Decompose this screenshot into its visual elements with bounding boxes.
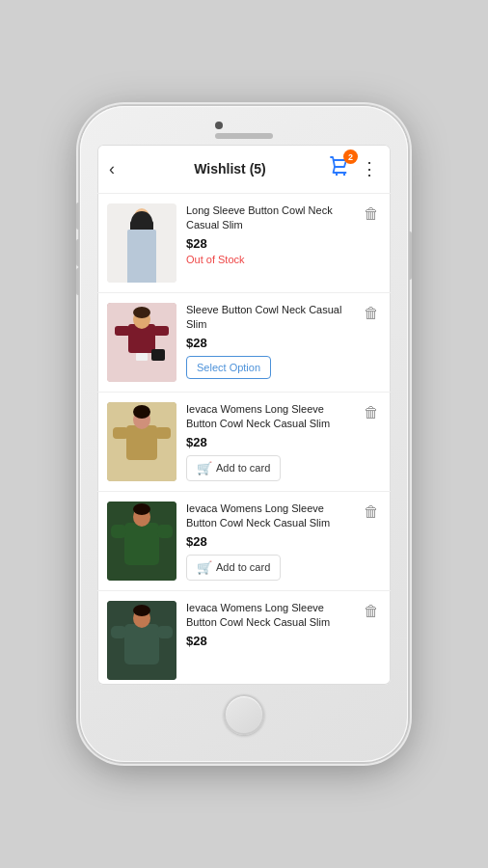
add-to-cart-label: Add to card bbox=[216, 561, 270, 573]
select-option-button[interactable]: Select Option bbox=[186, 356, 271, 379]
svg-rect-3 bbox=[133, 240, 141, 275]
item-name: Ievaca Womens Long Sleeve Button Cowl Ne… bbox=[186, 601, 352, 631]
svg-point-28 bbox=[133, 503, 150, 515]
speaker bbox=[215, 133, 273, 139]
svg-rect-12 bbox=[153, 326, 169, 336]
item-details: Long Sleeve Button Cowl Neck Casual Slim… bbox=[186, 203, 352, 265]
svg-rect-11 bbox=[115, 326, 130, 336]
svg-rect-30 bbox=[124, 624, 159, 665]
action-row: 🛒 Add to card bbox=[186, 455, 352, 481]
add-to-cart-button[interactable]: 🛒 Add to card bbox=[186, 555, 281, 581]
item-name: Ievaca Womens Long Sleeve Button Cowl Ne… bbox=[186, 402, 352, 432]
svg-rect-16 bbox=[151, 349, 165, 361]
list-item: Long Sleeve Button Cowl Neck Casual Slim… bbox=[97, 194, 391, 293]
cart-add-icon: 🛒 bbox=[197, 560, 212, 575]
svg-rect-18 bbox=[126, 425, 157, 460]
phone-top-bar bbox=[80, 106, 408, 145]
item-price: $28 bbox=[186, 534, 352, 549]
svg-point-34 bbox=[133, 605, 150, 616]
svg-rect-15 bbox=[136, 353, 148, 361]
svg-point-6 bbox=[134, 208, 149, 226]
svg-rect-32 bbox=[157, 626, 173, 638]
cart-add-icon: 🛒 bbox=[197, 461, 212, 475]
item-price: $28 bbox=[186, 236, 352, 251]
svg-rect-24 bbox=[124, 523, 159, 565]
delete-button[interactable]: 🗑 bbox=[362, 601, 381, 622]
list-item: Ievaca Womens Long Sleeve Button Cowl Ne… bbox=[97, 492, 391, 591]
item-price: $28 bbox=[186, 435, 352, 449]
list-item: Ievaca Womens Long Sleeve Button Cowl Ne… bbox=[97, 393, 391, 492]
cart-badge: 2 bbox=[343, 149, 358, 164]
svg-point-0 bbox=[336, 174, 338, 176]
delete-button[interactable]: 🗑 bbox=[362, 402, 381, 423]
product-image bbox=[107, 203, 176, 283]
wishlist-content: Long Sleeve Button Cowl Neck Casual Slim… bbox=[97, 194, 391, 685]
list-item: Sleeve Button Cowl Neck Casual Slim $28 … bbox=[97, 293, 391, 393]
item-details: Ievaca Womens Long Sleeve Button Cowl Ne… bbox=[186, 502, 352, 581]
delete-button[interactable]: 🗑 bbox=[362, 303, 381, 324]
item-name: Long Sleeve Button Cowl Neck Casual Slim bbox=[186, 203, 352, 233]
delete-button[interactable]: 🗑 bbox=[362, 502, 381, 523]
item-details: Ievaca Womens Long Sleeve Button Cowl Ne… bbox=[186, 402, 352, 481]
svg-rect-2 bbox=[107, 203, 176, 283]
action-row: 🛒 Add to card bbox=[186, 555, 352, 581]
svg-rect-19 bbox=[113, 427, 128, 439]
item-name: Sleeve Button Cowl Neck Casual Slim bbox=[186, 303, 352, 333]
camera bbox=[215, 122, 223, 129]
header-actions: 2 ⋮ bbox=[328, 154, 379, 183]
item-name: Ievaca Womens Long Sleeve Button Cowl Ne… bbox=[186, 502, 352, 531]
item-details: Sleeve Button Cowl Neck Casual Slim $28 … bbox=[186, 303, 352, 379]
product-image bbox=[107, 402, 176, 481]
item-details: Ievaca Womens Long Sleeve Button Cowl Ne… bbox=[186, 601, 352, 648]
cart-button[interactable]: 2 bbox=[328, 154, 353, 183]
add-to-cart-label: Add to card bbox=[216, 462, 270, 474]
svg-rect-25 bbox=[111, 525, 126, 538]
delete-button[interactable]: 🗑 bbox=[362, 203, 381, 225]
svg-point-1 bbox=[343, 174, 345, 176]
svg-point-14 bbox=[133, 307, 150, 318]
item-status: Out of Stock bbox=[186, 254, 352, 265]
svg-rect-5 bbox=[130, 221, 153, 244]
svg-rect-26 bbox=[157, 525, 173, 538]
svg-point-22 bbox=[133, 405, 150, 419]
more-options-button[interactable]: ⋮ bbox=[361, 158, 379, 179]
back-button[interactable]: ‹ bbox=[109, 159, 132, 179]
home-button-area bbox=[80, 685, 408, 750]
product-image bbox=[107, 601, 176, 680]
page-title: Wishlist (5) bbox=[194, 161, 266, 176]
svg-rect-4 bbox=[143, 240, 150, 275]
action-row: Select Option bbox=[186, 356, 352, 379]
phone-screen: ‹ Wishlist (5) 2 ⋮ bbox=[97, 145, 391, 685]
list-item: Ievaca Womens Long Sleeve Button Cowl Ne… bbox=[97, 591, 391, 685]
home-button[interactable] bbox=[224, 694, 264, 735]
product-image bbox=[107, 303, 176, 382]
item-price: $28 bbox=[186, 634, 352, 648]
product-image bbox=[107, 502, 176, 581]
phone-frame: ‹ Wishlist (5) 2 ⋮ bbox=[80, 106, 408, 762]
svg-point-7 bbox=[132, 275, 142, 280]
add-to-cart-button[interactable]: 🛒 Add to card bbox=[186, 455, 281, 481]
svg-point-8 bbox=[142, 275, 151, 280]
svg-rect-31 bbox=[111, 626, 126, 638]
svg-rect-20 bbox=[155, 427, 171, 439]
app-header: ‹ Wishlist (5) 2 ⋮ bbox=[97, 145, 391, 194]
item-price: $28 bbox=[186, 336, 352, 350]
